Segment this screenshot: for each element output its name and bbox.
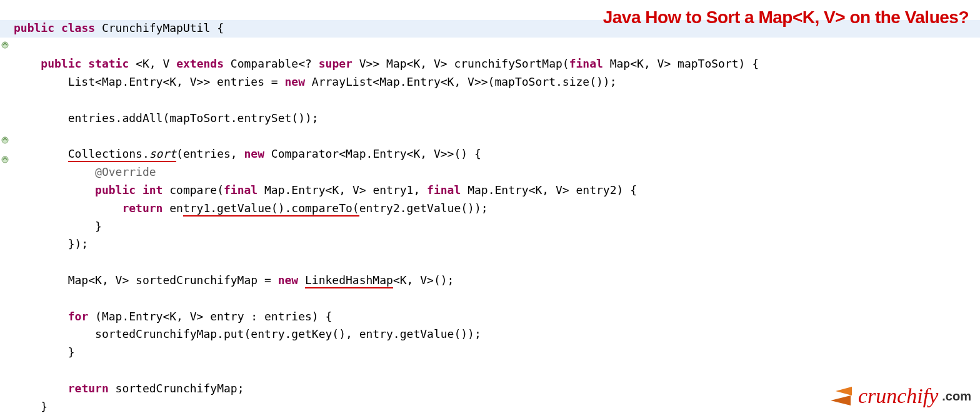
code-text: Comparable<? — [224, 57, 319, 70]
code-text: V>> Map<K, V> crunchifySortMap( — [352, 57, 569, 70]
logo-name: crunchify — [858, 379, 938, 413]
logo-suffix: .com — [942, 386, 971, 406]
code-text: <K, V>(); — [393, 273, 454, 287]
keyword-for: for — [68, 310, 89, 323]
code-text: en — [162, 201, 183, 215]
code-text: compare( — [162, 183, 224, 196]
keyword-new: new — [244, 147, 264, 160]
keyword-new: new — [278, 273, 299, 287]
code-text: ArrayList<Map.Entry<K, V>>(mapToSort.siz… — [305, 75, 617, 88]
code-text: Comparator<Map.Entry<K, V>>() { — [264, 147, 481, 160]
annotation-override: @Override — [95, 165, 156, 178]
code-text: Map.Entry<K, V> entry1, — [258, 183, 427, 196]
code-text: List<Map.Entry<K, V>> entries = — [14, 75, 284, 88]
keyword-public: public — [41, 57, 81, 70]
keyword-final: final — [427, 183, 461, 196]
code-text: entries.addAll(mapToSort.entrySet()); — [14, 111, 319, 125]
article-title: Java How to Sort a Map<K, V> on the Valu… — [603, 4, 969, 32]
code-text: } — [14, 345, 75, 359]
highlighted-call: Collections.sort — [68, 147, 176, 162]
code-text: Collections. — [68, 147, 149, 160]
keyword-return: return — [68, 382, 109, 395]
crunchify-icon — [831, 387, 854, 405]
code-text: Map<K, V> mapToSort) { — [603, 57, 759, 70]
code-editor: public class CrunchifyMapUtil { public s… — [0, 0, 980, 418]
code-text: (Map.Entry<K, V> entry : entries) { — [88, 310, 332, 323]
keyword-final: final — [569, 57, 603, 70]
code-text: } — [14, 400, 48, 413]
keyword-return: return — [122, 201, 162, 215]
gutter-marker-icon — [1, 41, 9, 49]
brand-logo: crunchify.com — [831, 379, 971, 413]
code-block: public class CrunchifyMapUtil { public s… — [14, 19, 980, 416]
highlighted-call: try1.getValue().compareTo( — [183, 201, 359, 217]
gutter-marker-icon — [1, 136, 9, 144]
code-text: Map.Entry<K, V> entry2) { — [461, 183, 637, 196]
class-name: CrunchifyMapUtil { — [95, 21, 224, 34]
code-text: Map<K, V> sortedCrunchifyMap = — [14, 273, 278, 287]
code-text: sortedCrunchifyMap; — [109, 382, 244, 395]
keyword-final: final — [224, 183, 258, 196]
gutter-marker-icon — [1, 156, 9, 163]
highlighted-type: LinkedHashMap — [305, 273, 393, 288]
keyword-class: class — [61, 21, 95, 34]
keyword-extends: extends — [176, 57, 224, 70]
code-text: }); — [14, 237, 88, 250]
keyword-int: int — [142, 183, 163, 196]
keyword-public: public — [14, 21, 54, 34]
code-text — [298, 273, 305, 287]
code-text: entry2.getValue()); — [359, 201, 488, 215]
code-text — [14, 147, 68, 160]
keyword-super: super — [319, 57, 352, 70]
code-text: sortedCrunchifyMap.put(entry.getKey(), e… — [14, 327, 481, 340]
code-text: <K, V — [129, 57, 176, 70]
keyword-new: new — [284, 75, 305, 88]
code-text: (entries, — [176, 147, 244, 160]
method-sort: sort — [149, 147, 176, 160]
code-text: } — [14, 220, 102, 233]
keyword-public: public — [95, 183, 136, 196]
keyword-static: static — [88, 57, 129, 70]
